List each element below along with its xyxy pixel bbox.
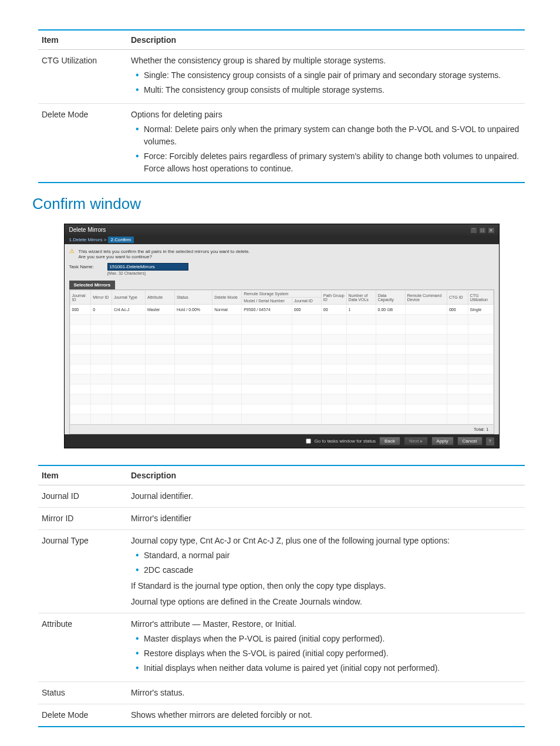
go-to-tasks-checkbox-input[interactable] — [306, 438, 311, 444]
maximize-icon[interactable]: □ — [480, 228, 485, 233]
hdr-attribute: Attribute — [145, 291, 174, 305]
table-row: Journal ID Journal identifier. — [38, 485, 525, 508]
grid-total: Total: 1 — [70, 424, 494, 434]
cell-item: Journal ID — [38, 485, 127, 508]
hdr-remote-storage: Remote Storage System — [242, 291, 322, 298]
breadcrumb-step-2: 2.Confirm — [108, 237, 134, 243]
back-button[interactable]: Back — [379, 437, 400, 445]
cell-item: Delete Mode — [38, 104, 127, 183]
cell-description: Options for deleting pairs Normal: Delet… — [127, 104, 525, 183]
bullet: Force: Forcibly deletes pairs regardless… — [144, 150, 521, 175]
hdr-journal-type: Journal Type — [112, 291, 145, 305]
bullet: Initial displays when neither data volum… — [144, 662, 521, 674]
task-name-input[interactable] — [107, 263, 188, 271]
table-ctg-delete: Item Description CTG Utilization Whether… — [38, 29, 525, 183]
hdr-ctg-id: CTG ID — [447, 291, 468, 305]
bullet: Normal: Delete pairs only when the prima… — [144, 123, 521, 148]
cancel-button[interactable]: Cancel — [457, 437, 483, 445]
cell-item: Status — [38, 682, 127, 704]
cell-description: Mirror's attribute — Master, Restore, or… — [127, 613, 525, 682]
col-description: Description — [127, 30, 525, 50]
bullet: Restore displays when the S-VOL is paire… — [144, 647, 521, 660]
cell-item: Delete Mode — [38, 704, 127, 727]
hdr-remote-journal-id: Journal ID — [292, 298, 321, 305]
table-row: CTG Utilization Whether the consistency … — [38, 50, 525, 104]
desc-lead: Options for deleting pairs — [131, 110, 222, 119]
cell-description: Mirror's status. — [127, 682, 525, 704]
bullet: Single: The consistency group consists o… — [144, 69, 521, 82]
hdr-model-serial: Model / Serial Number — [242, 298, 292, 305]
grid-row[interactable]: 000 0 Cnt Ac-J Master Hold / 0.00% Norma… — [70, 305, 493, 315]
minimize-icon[interactable]: ‾ — [471, 228, 477, 233]
hdr-ctg-util: CTG Utilization — [468, 291, 493, 305]
selected-mirrors-grid: Journal ID Mirror ID Journal Type Attrib… — [69, 289, 494, 434]
breadcrumb-step-1[interactable]: 1.Delete Mirrors — [69, 237, 103, 242]
cell-item: CTG Utilization — [38, 50, 127, 104]
hdr-status: Status — [174, 291, 212, 305]
table-row: Mirror ID Mirror's identifier — [38, 508, 525, 530]
hdr-num-data-vols: Number of Data VOLs — [346, 291, 376, 305]
close-icon[interactable]: ✕ — [488, 228, 494, 233]
cell-description: Whether the consistency group is shared … — [127, 50, 525, 104]
table-row: Journal Type Journal copy type, Cnt Ac-J… — [38, 530, 525, 613]
hdr-delete-mode: Delete Mode — [212, 291, 242, 305]
cell-item: Attribute — [38, 613, 127, 682]
bullet: Multi: The consistency group consists of… — [144, 84, 521, 96]
next-button[interactable]: Next ▸ — [404, 437, 428, 445]
cell-description: Shows whether mirrors are deleted forcib… — [127, 704, 525, 727]
cell-description: Journal copy type, Cnt Ac-J or Cnt Ac-J … — [127, 530, 525, 613]
table-row: Delete Mode Options for deleting pairs N… — [38, 104, 525, 183]
delete-mirrors-dialog: Delete Mirrors ‾ □ ✕ 1.Delete Mirrors > … — [64, 224, 500, 448]
section-title: Confirm window — [32, 195, 525, 213]
col-item: Item — [38, 30, 127, 50]
wizard-breadcrumb: 1.Delete Mirrors > 2.Confirm — [65, 235, 499, 244]
cell-item: Journal Type — [38, 530, 127, 613]
cell-item: Mirror ID — [38, 508, 127, 530]
bullet: 2DC cascade — [144, 564, 521, 576]
warning-message: This wizard lets you confirm the all pai… — [69, 248, 494, 263]
table-row: Attribute Mirror's attribute — Master, R… — [38, 613, 525, 682]
col-item: Item — [38, 465, 127, 485]
hdr-mirror-id: Mirror ID — [91, 291, 112, 305]
table-row: Delete Mode Shows whether mirrors are de… — [38, 704, 525, 727]
table-row: Status Mirror's status. — [38, 682, 525, 704]
hdr-remote-cmd-device: Remote Command Device — [405, 291, 447, 305]
table-confirm-fields: Item Description Journal ID Journal iden… — [38, 465, 525, 727]
help-icon[interactable]: ? — [486, 437, 494, 445]
task-name-label: Task Name: — [69, 263, 102, 269]
cell-description: Journal identifier. — [127, 485, 525, 508]
go-to-tasks-checkbox[interactable]: Go to tasks window for status — [303, 437, 376, 445]
hdr-path-group-id: Path Group ID — [321, 291, 346, 305]
bullet: Standard, a normal pair — [144, 549, 521, 562]
bullet: Master displays when the P-VOL is paired… — [144, 633, 521, 645]
desc-lead: Whether the consistency group is shared … — [131, 56, 386, 65]
task-name-hint: (Max. 32 Characters) — [107, 271, 146, 275]
apply-button[interactable]: Apply — [431, 437, 454, 445]
hdr-journal-id: Journal ID — [70, 291, 91, 305]
dialog-title: Delete Mirrors — [69, 227, 106, 233]
col-description: Description — [127, 465, 525, 485]
hdr-data-capacity: Data Capacity — [376, 291, 405, 305]
dialog-titlebar: Delete Mirrors ‾ □ ✕ — [65, 224, 499, 235]
selected-mirrors-tab: Selected Mirrors — [69, 281, 116, 289]
cell-description: Mirror's identifier — [127, 508, 525, 530]
